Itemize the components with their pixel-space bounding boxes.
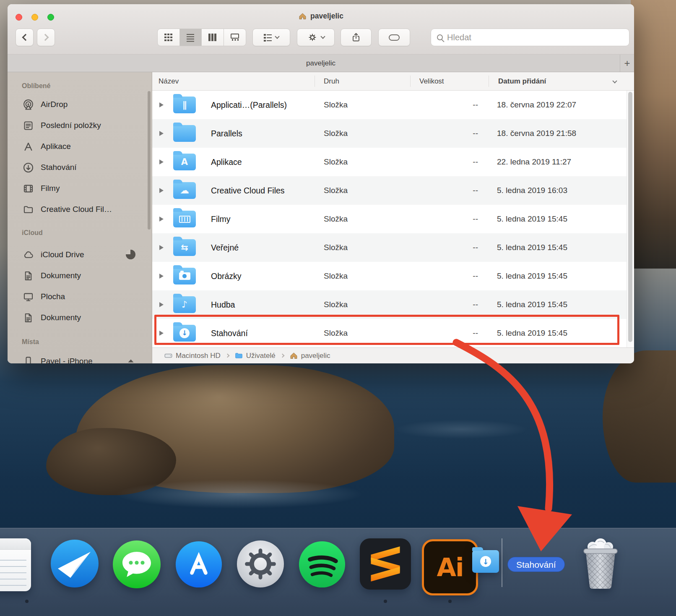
file-kind: Složka (324, 262, 348, 290)
table-row-parallels[interactable]: Parallels Složka -- 18. června 2019 21:5… (152, 119, 627, 148)
disclosure-triangle-icon[interactable] (159, 131, 164, 136)
dock-item-app-store[interactable] (174, 540, 223, 589)
sidebar-item-applications[interactable]: Aplikace (8, 136, 152, 157)
table-row-creative-cloud-files[interactable]: Creative Cloud Files Složka -- 5. ledna … (152, 176, 627, 205)
dock-item-system-preferences[interactable] (236, 539, 285, 589)
spark-mail-icon (49, 538, 100, 589)
table-row-applications[interactable]: Aplikace Složka -- 22. ledna 2019 11:27 (152, 148, 627, 176)
sidebar-item-documents-2[interactable]: Dokumenty (8, 307, 152, 328)
sidebar-item-desktop[interactable]: Plocha (8, 286, 152, 307)
home-icon (289, 351, 298, 360)
group-button[interactable] (252, 29, 290, 46)
sidebar-item-airdrop[interactable]: AirDrop (8, 94, 152, 115)
disclosure-triangle-icon[interactable] (159, 217, 164, 222)
dock-item-messages[interactable] (112, 539, 162, 590)
chevron-right-icon (280, 354, 284, 358)
back-button[interactable] (16, 29, 34, 46)
finder-window: paveljelic (8, 4, 634, 363)
share-button[interactable] (341, 29, 372, 46)
search-field (431, 29, 629, 46)
back-icon (22, 34, 29, 41)
sidebar-item-label: Dokumenty (41, 313, 81, 322)
table-row-public[interactable]: Veřejné Složka -- 5. ledna 2019 15:45 (152, 233, 627, 262)
search-input[interactable] (447, 33, 629, 42)
sidebar-item-label: Pavel - iPhone (41, 357, 93, 363)
sublime-text-icon (360, 538, 411, 590)
icon-view-button[interactable] (158, 29, 180, 46)
downloads-folder-icon (472, 550, 499, 573)
gallery-view-button[interactable] (224, 29, 246, 46)
dock-item-spark-mail[interactable] (49, 538, 100, 589)
column-header-name[interactable]: Název (159, 72, 179, 91)
sidebar-scrollbar[interactable] (148, 91, 151, 230)
annotation-highlight-box (154, 315, 619, 345)
sidebar-item-label: Creative Cloud Fil… (41, 205, 112, 214)
column-divider[interactable] (315, 76, 315, 87)
sidebar-item-icloud-drive[interactable]: iCloud Drive (8, 244, 152, 265)
sidebar-item-label: Filmy (41, 184, 60, 193)
gear-icon (307, 32, 317, 42)
scrollbar-handle[interactable] (628, 92, 632, 342)
sidebar-item-movies[interactable]: Filmy (8, 178, 152, 199)
wallpaper-cliff (631, 0, 676, 269)
dock-item-trash[interactable] (579, 537, 622, 590)
tab-paveljelic[interactable]: paveljelic (306, 59, 335, 68)
list-view-button[interactable] (180, 29, 202, 46)
column-header-date-added[interactable]: Datum přidání (498, 72, 546, 91)
eject-icon[interactable] (126, 357, 136, 363)
sidebar-item-downloads[interactable]: Stahování (8, 157, 152, 178)
action-menu-button[interactable] (297, 29, 335, 46)
sidebar-item-creative-cloud[interactable]: Creative Cloud Fil… (8, 199, 152, 220)
running-indicator-dot (448, 600, 452, 603)
tags-button[interactable] (378, 29, 410, 46)
tab-bar: paveljelic + (8, 55, 634, 72)
disclosure-triangle-icon[interactable] (159, 159, 164, 164)
creative-cloud-folder-icon (173, 182, 196, 199)
path-item-macintosh-hd[interactable]: Macintosh HD (164, 351, 221, 360)
column-divider[interactable] (489, 76, 489, 87)
sidebar-item-recents[interactable]: Poslední položky (8, 115, 152, 136)
dock-item-sublime-text[interactable] (360, 538, 411, 590)
column-header-size[interactable]: Velikost (419, 72, 444, 91)
dock-item-spotify[interactable] (298, 540, 346, 589)
desktop-icon (23, 291, 34, 303)
table-row-movies[interactable]: Filmy Složka -- 5. ledna 2019 15:45 (152, 205, 627, 233)
running-indicator-dot (25, 600, 29, 603)
file-name: Parallels (211, 119, 242, 148)
forward-button[interactable] (37, 29, 55, 46)
disclosure-triangle-icon[interactable] (159, 274, 164, 279)
icloud-icon (23, 249, 34, 261)
column-header-kind[interactable]: Druh (324, 72, 339, 91)
path-item-users[interactable]: Uživatelé (234, 351, 276, 360)
dock-item-adobe-illustrator[interactable]: Ai (422, 539, 478, 595)
sidebar-section-icloud: iCloud (22, 229, 43, 237)
column-divider[interactable] (410, 76, 411, 87)
sort-chevron-icon[interactable] (612, 78, 617, 83)
list-scrollbar[interactable] (627, 91, 634, 347)
path-item-paveljelic[interactable]: paveljelic (289, 351, 330, 360)
sidebar-item-label: AirDrop (41, 100, 68, 109)
table-row-pictures[interactable]: Obrázky Složka -- 5. ledna 2019 15:45 (152, 262, 627, 290)
disclosure-triangle-icon[interactable] (159, 302, 164, 307)
disclosure-triangle-icon[interactable] (159, 245, 164, 250)
file-size: -- (419, 119, 478, 148)
sidebar-item-iphone[interactable]: Pavel - iPhone (8, 351, 152, 363)
list-header: Název Druh Velikost Datum přidání (152, 72, 634, 91)
sidebar-item-documents[interactable]: Dokumenty (8, 265, 152, 286)
trash-icon (579, 537, 622, 590)
group-icon (264, 34, 266, 36)
file-list: Applicati…(Parallels) Složka -- 18. červ… (152, 91, 627, 347)
file-name: Applicati…(Parallels) (211, 91, 287, 119)
table-row-applications-parallels[interactable]: Applicati…(Parallels) Složka -- 18. červ… (152, 91, 627, 119)
dock-item-notes[interactable] (0, 538, 31, 591)
illustrator-icon-label: Ai (437, 553, 463, 582)
folder-icon (173, 125, 196, 142)
disclosure-triangle-icon[interactable] (159, 102, 164, 107)
sidebar-item-label: Stahování (41, 163, 77, 172)
dock-item-downloads-folder[interactable] (472, 550, 499, 573)
dock-separator (502, 538, 502, 587)
column-view-button[interactable] (202, 29, 224, 46)
path-item-label: Uživatelé (246, 352, 276, 360)
new-tab-button[interactable]: + (620, 55, 634, 72)
disclosure-triangle-icon[interactable] (159, 188, 164, 193)
